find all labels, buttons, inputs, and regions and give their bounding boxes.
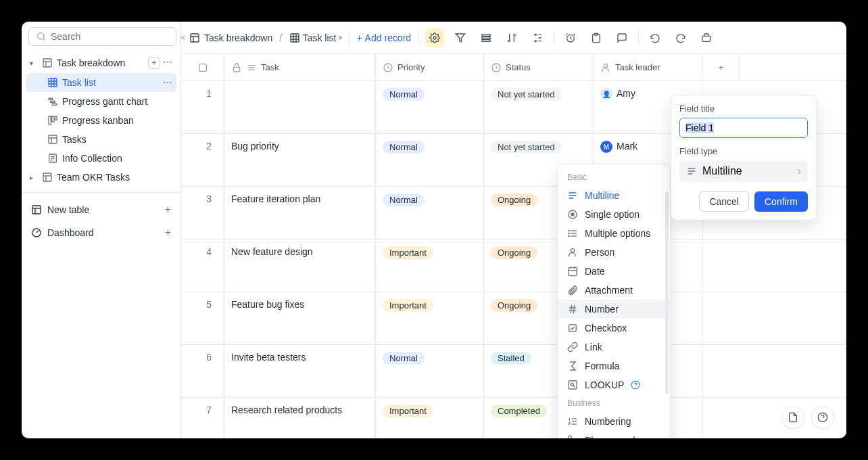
svg-rect-42 [482,39,490,41]
undo-button[interactable] [646,28,665,47]
add-view-button[interactable]: + [148,57,160,69]
sidebar-view-task-list[interactable]: Task list⋯ [26,73,176,92]
menu-section-business: Business [558,394,670,412]
cell-priority[interactable]: Important [376,239,484,292]
type-option-link[interactable]: Link [558,338,670,356]
search-input[interactable] [51,31,169,42]
svg-rect-40 [482,34,490,36]
type-option-number[interactable]: Number [558,300,670,319]
status-badge: Ongoing [491,299,537,312]
activity-button[interactable] [781,406,804,429]
cell-task[interactable]: Bug priority [224,134,376,186]
tree-root-task-breakdown[interactable]: ▾ Task breakdown + ⋯ [26,53,176,73]
column-status[interactable]: Status [484,54,594,80]
select-all-header[interactable] [181,54,224,80]
type-option-multiple-options[interactable]: Multiple options [558,224,670,243]
cell-task[interactable]: New feature design [224,239,376,292]
table-row[interactable]: 5Feature bug fixesImportantOngoing [181,292,846,345]
field-type-selector[interactable]: Multiline › [679,160,808,182]
table-row[interactable]: 6Invite beta testersNormalStalled [181,345,846,398]
new-table-button[interactable]: New table + [28,198,174,221]
cell-task[interactable]: Research related products [224,398,376,438]
search-box[interactable] [28,27,176,46]
row-number: 2 [181,134,224,186]
type-option-person[interactable]: Person [558,243,670,262]
type-option-lookup[interactable]: LOOKUP [558,375,670,394]
cancel-button[interactable]: Cancel [699,191,749,212]
avatar: 👤 [600,88,612,100]
sidebar-view-progress-kanban[interactable]: Progress kanban [26,111,176,130]
row-number: 4 [181,239,224,292]
add-column-button[interactable]: + [703,54,740,80]
reminder-button[interactable] [561,28,580,47]
type-option-formula[interactable]: Formula [558,356,670,375]
view-icon [47,77,58,88]
type-option-checkbox[interactable]: Checkbox [558,319,670,338]
row-height-icon [532,32,543,43]
cell-priority[interactable]: Important [376,292,484,344]
sidebar-view-tasks[interactable]: Tasks [26,130,176,149]
filter-button[interactable] [451,28,470,47]
type-option-attachment[interactable]: Attachment [558,281,670,300]
dashboard-button[interactable]: Dashboard + [28,221,174,244]
gauge-icon [31,227,42,238]
settings-button[interactable] [425,28,444,47]
type-icon [567,304,578,315]
type-option-numbering[interactable]: Numbering [558,412,670,431]
breadcrumb[interactable]: Task breakdown [189,32,272,43]
cell-task[interactable] [224,81,376,133]
tree-team-okr[interactable]: ▸ Team OKR Tasks [26,168,176,187]
column-priority[interactable]: Priority [376,54,484,80]
sidebar-view-info-collection[interactable]: Info Collection [26,149,176,168]
cell-task[interactable]: Invite beta testers [224,345,376,397]
cell-priority[interactable]: Normal [376,81,484,133]
field-title-input[interactable] [679,118,808,138]
confirm-button[interactable]: Confirm [754,191,808,212]
status-badge: Completed [491,405,547,417]
type-option-multiline[interactable]: Multiline [558,186,670,205]
priority-badge: Important [383,405,433,417]
add-record-button[interactable]: + Add record [356,32,411,43]
row-number: 6 [181,345,224,397]
plus-icon: + [165,204,171,216]
cell-task[interactable]: Feature bug fixes [224,292,376,344]
more-icon[interactable]: ⋯ [163,77,172,88]
sort-button[interactable] [502,28,521,47]
cell-priority[interactable]: Important [376,398,484,438]
api-button[interactable] [697,28,716,47]
cell-priority[interactable]: Normal [376,134,484,186]
row-number: 5 [181,292,224,344]
clipboard-button[interactable] [587,28,606,47]
menu-section-basic: Basic [558,168,670,186]
svg-rect-16 [49,135,57,143]
type-option-date[interactable]: Date [558,262,670,281]
scrollbar[interactable] [665,191,669,394]
column-task-leader[interactable]: Task leader [594,54,703,80]
redo-icon [675,32,686,43]
group-button[interactable] [477,28,496,47]
gear-icon [429,32,440,43]
svg-rect-2 [43,59,51,67]
cell-priority[interactable]: Normal [376,345,484,397]
alarm-icon [565,32,576,43]
help-button[interactable] [811,406,834,429]
svg-rect-68 [569,325,577,332]
row-height-button[interactable] [528,28,547,47]
cell-status[interactable]: Not yet started [484,81,594,133]
main-area: Task breakdown / Task list ▾ + Add recor… [181,22,846,438]
table-row[interactable]: 7Research related productsImportantCompl… [181,398,846,438]
type-option-single-option[interactable]: Single option [558,205,670,224]
view-icon [47,115,58,126]
svg-line-71 [573,386,575,387]
redo-button[interactable] [671,28,690,47]
cell-task[interactable]: Feature iteration plan [224,187,376,239]
sidebar-view-progress-gantt-chart[interactable]: Progress gantt chart [26,92,176,111]
table-row[interactable]: 4New feature designImportantOngoing [181,239,846,292]
comment-button[interactable] [612,28,631,47]
type-option-phone-number[interactable]: Phone number [558,431,670,438]
cell-priority[interactable]: Normal [376,187,484,239]
status-badge: Ongoing [491,193,537,206]
more-icon[interactable]: ⋯ [163,57,172,69]
view-selector[interactable]: Task list ▾ [289,32,343,43]
column-task[interactable]: Task [224,54,376,80]
